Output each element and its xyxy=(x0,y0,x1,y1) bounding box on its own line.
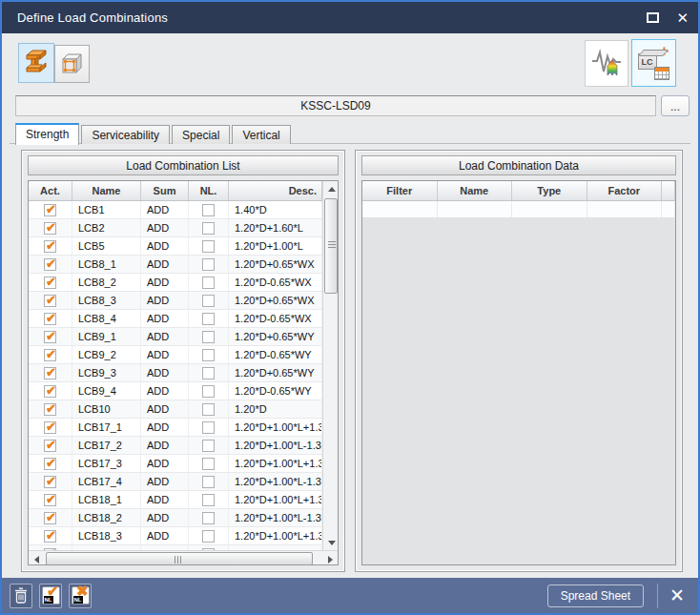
restore-icon[interactable] xyxy=(647,12,659,23)
horizontal-scroll-thumb[interactable] xyxy=(46,552,313,565)
nl-checkbox[interactable] xyxy=(202,295,215,307)
active-checkbox[interactable] xyxy=(44,512,56,524)
delete-button[interactable] xyxy=(10,584,32,608)
spread-sheet-button[interactable]: Spread Sheet xyxy=(547,584,644,607)
active-checkbox[interactable] xyxy=(44,277,56,289)
lcb-row-lcb18_1[interactable]: LCB18_1ADD1.20*D+1.00*L+1.3 xyxy=(29,491,322,509)
nl-checkbox[interactable] xyxy=(202,512,215,524)
nl-checkbox[interactable] xyxy=(202,277,215,289)
nl-checkbox[interactable] xyxy=(202,421,215,434)
lcb-row-lcb17_3[interactable]: LCB17_3ADD1.20*D+1.00*L+1.3 xyxy=(29,455,322,473)
close-icon[interactable]: ✕ xyxy=(676,10,689,25)
name-cell: LCB1 xyxy=(72,201,141,218)
scroll-right-icon[interactable] xyxy=(322,551,338,565)
vertical-scroll-thumb[interactable] xyxy=(324,198,338,294)
active-checkbox[interactable] xyxy=(44,258,56,271)
vertical-scrollbar[interactable] xyxy=(322,181,338,550)
nl-cell xyxy=(189,310,229,327)
nl-checkbox[interactable] xyxy=(202,258,215,271)
titlebar[interactable]: Define Load Combinations ✕ xyxy=(2,2,698,33)
active-checkbox[interactable] xyxy=(44,530,56,543)
nl-checkbox[interactable] xyxy=(202,494,215,506)
nl-checkbox[interactable] xyxy=(202,458,215,470)
nl-checkbox[interactable] xyxy=(202,313,215,325)
lcb-row-lcb9_2[interactable]: LCB9_2ADD1.20*D-0.65*WY xyxy=(29,346,322,364)
desc-cell: 1.20*D-0.65*WY xyxy=(229,382,322,400)
nl-checkbox[interactable] xyxy=(202,204,215,216)
nl-checkbox[interactable] xyxy=(202,530,215,543)
active-checkbox[interactable] xyxy=(44,313,56,325)
tab-strength[interactable]: Strength xyxy=(15,123,79,145)
activate-nl-button[interactable]: ✔ NL xyxy=(39,584,62,608)
sum-cell: ADD xyxy=(141,328,189,345)
active-cell xyxy=(29,328,72,345)
lcb-row-lcb2[interactable]: LCB2ADD1.20*D+1.60*L xyxy=(29,219,322,237)
lcb-row-lcb8_3[interactable]: LCB8_3ADD1.20*D+0.65*WX xyxy=(29,292,322,310)
lcb-row-lcb5[interactable]: LCB5ADD1.20*D+1.00*L xyxy=(29,237,322,256)
solid-design-button[interactable] xyxy=(54,45,90,83)
nl-checkbox[interactable] xyxy=(202,367,215,379)
nl-checkbox[interactable] xyxy=(202,476,215,488)
lcb-row-lcb9_1[interactable]: LCB9_1ADD1.20*D+0.65*WY xyxy=(29,328,322,346)
active-checkbox[interactable] xyxy=(44,440,56,452)
tab-vertical[interactable]: Vertical xyxy=(232,125,290,144)
lcb-row-lcb9_3[interactable]: LCB9_3ADD1.20*D+0.65*WY xyxy=(29,364,322,382)
tab-serviceability[interactable]: Serviceability xyxy=(81,125,170,144)
active-checkbox[interactable] xyxy=(44,349,56,361)
nl-checkbox[interactable] xyxy=(202,385,215,398)
load-combination-generator-button[interactable]: + LC xyxy=(631,39,676,87)
active-checkbox[interactable] xyxy=(44,403,56,416)
lcb-row-lcb9_4[interactable]: LCB9_4ADD1.20*D-0.65*WY xyxy=(29,382,322,400)
horizontal-scrollbar[interactable] xyxy=(29,550,338,565)
tab-special[interactable]: Special xyxy=(172,125,230,144)
active-cell xyxy=(29,473,72,490)
sum-cell: ADD xyxy=(141,237,189,255)
active-checkbox[interactable] xyxy=(44,204,56,216)
active-cell xyxy=(29,219,72,236)
scroll-up-icon[interactable] xyxy=(323,181,339,196)
scroll-down-icon[interactable] xyxy=(323,535,339,550)
active-checkbox[interactable] xyxy=(44,331,56,343)
lcb-row-lcb8_2[interactable]: LCB8_2ADD1.20*D-0.65*WX xyxy=(29,274,322,292)
active-checkbox[interactable] xyxy=(44,222,56,235)
active-cell xyxy=(29,292,72,309)
tab-strip: StrengthServiceabilitySpecialVertical xyxy=(15,122,293,144)
steel-design-button[interactable] xyxy=(18,43,54,83)
dynamic-load-button[interactable] xyxy=(585,40,628,87)
active-checkbox[interactable] xyxy=(44,367,56,379)
name-cell: LCB17_4 xyxy=(72,473,141,490)
nl-checkbox[interactable] xyxy=(202,349,215,361)
dialog-close-icon[interactable]: ✕ xyxy=(669,586,685,605)
lcb-row-lcb18_3[interactable]: LCB18_3ADD1.20*D+1.00*L+1.3 xyxy=(29,527,322,545)
window-title: Define Load Combinations xyxy=(17,10,168,25)
data-grid-header-row: FilterNameTypeFactor xyxy=(362,181,675,201)
lcb-row-lcb8_4[interactable]: LCB8_4ADD1.20*D-0.65*WX xyxy=(29,310,322,328)
lcb-row-lcb1[interactable]: LCB1ADD1.40*D xyxy=(29,201,322,219)
active-checkbox[interactable] xyxy=(44,240,56,253)
active-checkbox[interactable] xyxy=(44,385,56,398)
active-checkbox[interactable] xyxy=(44,494,56,506)
lcb-row-lcb18_2[interactable]: LCB18_2ADD1.20*D+1.00*L-1.30 xyxy=(29,509,322,527)
scroll-left-icon[interactable] xyxy=(29,551,44,565)
browse-button[interactable]: ... xyxy=(661,95,690,116)
lcb-row-lcb8_1[interactable]: LCB8_1ADD1.20*D+0.65*WX xyxy=(29,256,322,274)
nl-checkbox[interactable] xyxy=(202,240,215,253)
empty-data-row[interactable] xyxy=(362,201,675,218)
nl-checkbox[interactable] xyxy=(202,331,215,343)
nl-checkbox[interactable] xyxy=(202,222,215,235)
active-cell xyxy=(29,527,72,544)
lcb-row-lcb17_1[interactable]: LCB17_1ADD1.20*D+1.00*L+1.3 xyxy=(29,419,322,437)
nl-checkbox[interactable] xyxy=(202,440,215,452)
active-checkbox[interactable] xyxy=(44,295,56,307)
active-checkbox[interactable] xyxy=(44,476,56,488)
lcb-row-lcb17_2[interactable]: LCB17_2ADD1.20*D+1.00*L-1.30 xyxy=(29,437,322,455)
name-cell: LCB8_1 xyxy=(72,256,141,273)
design-code-field[interactable]: KSSC-LSD09 xyxy=(15,95,656,116)
deactivate-nl-button[interactable]: ✖ NL xyxy=(69,584,92,608)
active-checkbox[interactable] xyxy=(44,458,56,470)
lcb-row-lcb10[interactable]: LCB10ADD1.20*D xyxy=(29,400,322,419)
active-checkbox[interactable] xyxy=(44,421,56,434)
lcb-row-lcb17_4[interactable]: LCB17_4ADD1.20*D+1.00*L-1.30 xyxy=(29,473,322,491)
nl-checkbox[interactable] xyxy=(202,403,215,416)
sum-cell: ADD xyxy=(141,455,189,472)
